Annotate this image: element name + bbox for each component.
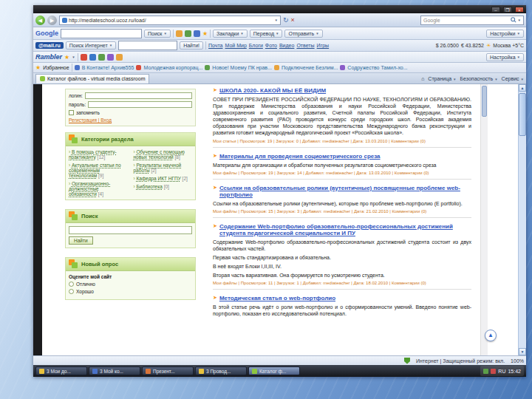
favorite-link[interactable]: Новое! Моему ПК нрав... <box>212 65 272 70</box>
google-translate-button[interactable]: Перевод▼ <box>250 30 283 38</box>
category-link: Библиотека <box>136 184 162 189</box>
page-tab[interactable]: Каталог файлов - virtual media classroom <box>35 74 149 83</box>
url-field[interactable]: http://mediateschool.ucoz.ru/load/ ▼ <box>59 16 281 25</box>
entry-meta[interactable]: Мои файлы | Просмотров: 11 | Загрузок: 1… <box>213 281 471 285</box>
entry-meta[interactable]: Мои файлы | Просмотров: 15 | Загрузок: 3… <box>213 209 471 214</box>
mailru-link-answers[interactable]: Ответы <box>296 43 314 48</box>
category-item[interactable]: Актуальные статьи по современным техноло… <box>69 163 128 178</box>
taskbar-button[interactable]: 3 Мой ко... <box>89 366 140 375</box>
window-scrollbar[interactable]: ▲ ▼ <box>518 84 526 355</box>
entry-title-link[interactable]: ШКОЛА 2020- КАКОЙ МЫ ЕЁ ВИДИМ <box>219 87 326 94</box>
mailru-scope-select[interactable]: Поиск Интернет▼ <box>66 41 116 50</box>
search-dropdown-icon[interactable]: ▼ <box>518 18 521 22</box>
category-item[interactable]: Обучение с помощью новых технологий [8] <box>134 149 193 160</box>
stop-icon[interactable]: × <box>291 16 295 24</box>
chevron-down-icon[interactable]: ▼ <box>72 55 75 59</box>
mailru-link-photo[interactable]: Фото <box>265 43 277 48</box>
rambler-weather-icon[interactable] <box>107 54 114 61</box>
scroll-down-arrow[interactable]: ▼ <box>519 348 526 355</box>
mailru-link-world[interactable]: Мой Мир <box>225 43 247 48</box>
command-page[interactable]: Страница ▼ <box>428 76 456 81</box>
tray-icon[interactable] <box>483 369 488 374</box>
rambler-news-icon[interactable] <box>98 54 105 61</box>
taskbar-button[interactable]: 3 Провод... <box>195 366 247 375</box>
command-tools[interactable]: Сервис ▼ <box>502 76 524 81</box>
favorite-link[interactable]: Подключение Безлим... <box>282 65 338 70</box>
page-scrollbar-thumb[interactable] <box>482 86 487 117</box>
site-search-button[interactable]: Найти <box>69 236 93 245</box>
bookmark-star-icon[interactable]: ★ <box>202 30 208 37</box>
zoom-level[interactable]: 100% <box>511 358 524 364</box>
entry-meta[interactable]: Мои статьи | Просмотров: 19 | Загрузок: … <box>213 139 471 143</box>
command-safety[interactable]: Безопасность ▼ <box>460 76 498 81</box>
rambler-top100-icon[interactable] <box>116 54 123 61</box>
category-item[interactable]: Библиотека [0] <box>134 184 193 189</box>
rambler-star-icon[interactable]: ★ <box>64 54 69 61</box>
pagerank-icon[interactable] <box>176 30 183 37</box>
poll-block: Новый опрос Оцените мой сайт Отлично Хор… <box>65 257 196 300</box>
login-block: логин: пароль: запомнить Регистрация | В… <box>65 89 196 126</box>
mailru-link-mail[interactable]: Почта <box>208 43 222 48</box>
google-send-button[interactable]: Отправить▼ <box>284 30 322 38</box>
favorite-link[interactable]: Содружество Тамил-хо... <box>347 65 407 70</box>
browser-search-field[interactable]: Google ▼ <box>420 16 524 25</box>
forward-button[interactable]: ▶ <box>47 16 57 25</box>
favorites-star-icon[interactable]: ★ <box>35 64 41 71</box>
taskbar-button[interactable]: Презент... <box>142 366 194 375</box>
url-dropdown-icon[interactable]: ▼ <box>275 18 278 22</box>
login-input[interactable] <box>85 92 192 99</box>
entry-title-link[interactable]: Ссылки на образовательные ролики (аутент… <box>219 185 471 198</box>
tray-icon[interactable] <box>491 369 496 374</box>
google-search-input[interactable] <box>61 29 142 38</box>
back-button[interactable]: ◀ <box>35 16 45 25</box>
mailru-find-button[interactable]: Найти! <box>180 41 203 50</box>
site-search-input[interactable] <box>69 226 192 234</box>
category-item[interactable]: Результаты научной работы [2] <box>134 163 193 173</box>
entry-title-link[interactable]: Содержание Web-портфолио образовательно-… <box>219 223 471 236</box>
entry-meta[interactable]: Мои файлы | Просмотров: 19 | Загрузок: 1… <box>213 171 471 175</box>
home-icon[interactable]: ⌂ <box>421 76 424 81</box>
remember-checkbox[interactable] <box>69 110 74 115</box>
google-bookmarks-button[interactable]: Закладки▼ <box>213 30 248 38</box>
login-links[interactable]: Регистрация | Вход <box>69 117 192 123</box>
category-item[interactable]: Организационно-должностные обязанности [… <box>69 181 128 197</box>
poll-radio[interactable] <box>69 282 74 287</box>
category-item[interactable]: В помощь студенту-практиканту [12] <box>69 149 128 160</box>
maximize-button[interactable]: ❐ <box>503 7 512 13</box>
scroll-up-arrow[interactable]: ▲ <box>519 84 526 92</box>
mailru-link-blogs[interactable]: Блоги <box>249 43 263 48</box>
scroll-top-button[interactable]: ▲ <box>485 330 497 341</box>
close-button[interactable]: × <box>515 7 524 13</box>
entry-title-link[interactable]: Методическая статья о web-портфолио <box>219 295 335 301</box>
magnifier-icon[interactable] <box>511 17 516 23</box>
favorite-link[interactable]: Молодежная корпорац... <box>143 65 202 70</box>
mailru-link-games[interactable]: Игры <box>317 43 330 48</box>
rambler-logo[interactable]: Rambler <box>35 53 62 61</box>
rambler-mail-icon[interactable] <box>89 54 96 61</box>
entry-title-link[interactable]: Материалы для проведения социометрическо… <box>219 153 381 160</box>
google-settings-button[interactable]: Настройки▼ <box>486 30 524 38</box>
clock[interactable]: 15:42 <box>508 369 521 374</box>
google-logo: Google <box>35 30 58 37</box>
language-indicator[interactable]: RU <box>498 369 505 374</box>
google-search-button[interactable]: Поиск▼ <box>144 30 171 38</box>
window-scrollbar-thumb[interactable] <box>519 93 526 136</box>
minimize-button[interactable]: – <box>491 7 500 13</box>
refresh-icon[interactable]: ↻ <box>283 16 289 24</box>
taskbar-button[interactable]: 3 Мои до... <box>35 366 87 375</box>
password-input[interactable] <box>88 101 192 108</box>
rambler-search-icon[interactable] <box>81 54 87 61</box>
mailru-logo[interactable]: @mail.ru <box>35 42 64 49</box>
favorite-favicon <box>274 65 279 70</box>
mailru-link-video[interactable]: Видео <box>279 43 294 48</box>
mailru-search-input[interactable] <box>118 41 177 50</box>
autofill-icon[interactable] <box>194 30 200 37</box>
spellcheck-icon[interactable] <box>185 30 191 37</box>
catalog-entry: ➤ Материалы для проведения социометричес… <box>213 153 471 180</box>
category-item[interactable]: Кафедра ИКТ НГПУ [2] <box>134 176 193 181</box>
rambler-settings-button[interactable]: Настройка▼ <box>486 53 524 61</box>
poll-radio[interactable] <box>69 289 74 294</box>
favorite-link[interactable]: В Контакте! Архив555 <box>82 65 134 70</box>
taskbar-button-active[interactable]: Каталог ф... <box>248 366 300 375</box>
page-scrollbar[interactable] <box>480 84 488 355</box>
